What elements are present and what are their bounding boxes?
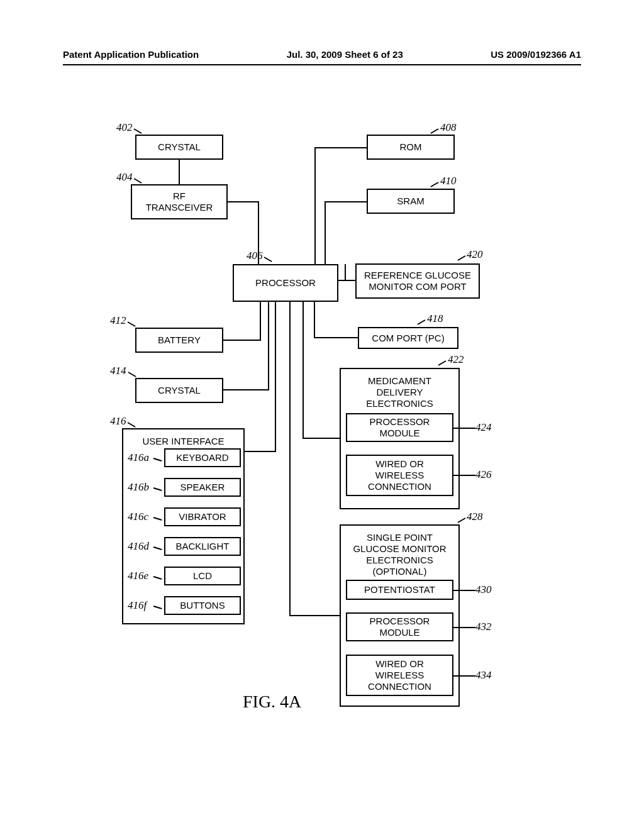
ref-416d: 416d [128, 540, 149, 553]
tick [430, 128, 438, 134]
rom-box: ROM [367, 135, 455, 160]
lcd-box: LCD [164, 567, 241, 585]
tick [430, 182, 438, 187]
header-mid: Jul. 30, 2009 Sheet 6 of 23 [287, 49, 403, 60]
backlight-box: BACKLIGHT [164, 537, 241, 556]
com-port-box: COM PORT (PC) [358, 327, 458, 349]
ref-408: 408 [440, 121, 457, 134]
line [289, 302, 291, 616]
crystal-1-box: CRYSTAL [135, 135, 223, 160]
header-right: US 2009/0192366 A1 [491, 49, 581, 60]
crystal-2-box: CRYSTAL [135, 378, 223, 403]
tick [264, 257, 272, 262]
line [258, 201, 259, 264]
line [223, 340, 261, 341]
tick [453, 475, 475, 476]
ref-428: 428 [467, 511, 483, 523]
ref-414: 414 [110, 365, 126, 377]
tick [457, 517, 465, 523]
connection-2-box: WIRED OR WIRELESS CONNECTION [346, 655, 453, 696]
line [325, 201, 367, 202]
line [325, 201, 326, 264]
line [268, 302, 269, 390]
line [245, 451, 276, 452]
line [223, 389, 269, 390]
line [303, 302, 304, 439]
ref-402: 402 [116, 121, 133, 134]
ref-416f: 416f [128, 599, 147, 612]
processor-module-1-box: PROCESSOR MODULE [346, 413, 453, 442]
ref-416c: 416c [128, 511, 148, 523]
ref-422: 422 [448, 353, 464, 366]
tick [128, 321, 136, 327]
ref-418: 418 [427, 313, 443, 325]
reference-glucose-box: REFERENCE GLUCOSE MONITOR COM PORT [355, 263, 480, 299]
rf-transceiver-box: RF TRANSCEIVER [131, 184, 228, 219]
ref-426: 426 [475, 468, 492, 481]
tick [417, 319, 425, 325]
line [289, 615, 340, 616]
ref-434: 434 [475, 669, 492, 682]
figure-label: FIG. 4A [243, 692, 301, 712]
page: Patent Application Publication Jul. 30, … [0, 0, 644, 830]
user-interface-title: USER INTERFACE [142, 432, 224, 450]
ref-416e: 416e [128, 570, 148, 582]
line [303, 438, 340, 439]
line [345, 264, 346, 280]
tick [128, 372, 136, 377]
line [314, 147, 367, 148]
line [314, 337, 358, 338]
ref-430: 430 [475, 584, 492, 596]
sram-box: SRAM [367, 189, 455, 214]
header-left: Patent Application Publication [63, 49, 199, 60]
tick [453, 590, 475, 591]
ref-406: 406 [247, 250, 263, 262]
buttons-box: BUTTONS [164, 596, 241, 615]
ref-424: 424 [475, 421, 492, 434]
line [314, 302, 315, 338]
line [338, 280, 357, 281]
tick [453, 627, 475, 628]
page-header: Patent Application Publication Jul. 30, … [63, 49, 581, 60]
processor-module-2-box: PROCESSOR MODULE [346, 612, 453, 641]
vibrator-box: VIBRATOR [164, 507, 241, 526]
speaker-box: SPEAKER [164, 478, 241, 497]
ref-416: 416 [110, 415, 126, 428]
ref-416b: 416b [128, 481, 149, 494]
processor-box: PROCESSOR [233, 264, 338, 302]
battery-box: BATTERY [135, 328, 223, 353]
line [228, 201, 259, 202]
line [179, 160, 180, 184]
ref-420: 420 [467, 248, 483, 261]
header-rule [63, 64, 581, 65]
ref-412: 412 [110, 314, 126, 327]
ref-410: 410 [440, 175, 457, 187]
tick [134, 178, 142, 184]
potentiostat-box: POTENTIOSTAT [346, 580, 453, 600]
line [275, 302, 276, 452]
tick [438, 360, 446, 366]
tick [134, 128, 142, 134]
ref-432: 432 [475, 621, 492, 633]
tick [128, 422, 136, 428]
tick [453, 428, 475, 429]
line [314, 147, 316, 264]
ref-404: 404 [116, 171, 133, 184]
tick [453, 675, 475, 677]
keyboard-box: KEYBOARD [164, 448, 241, 467]
connection-1-box: WIRED OR WIRELESS CONNECTION [346, 455, 453, 496]
ref-416a: 416a [128, 451, 149, 464]
line [260, 302, 261, 341]
tick [457, 255, 465, 261]
